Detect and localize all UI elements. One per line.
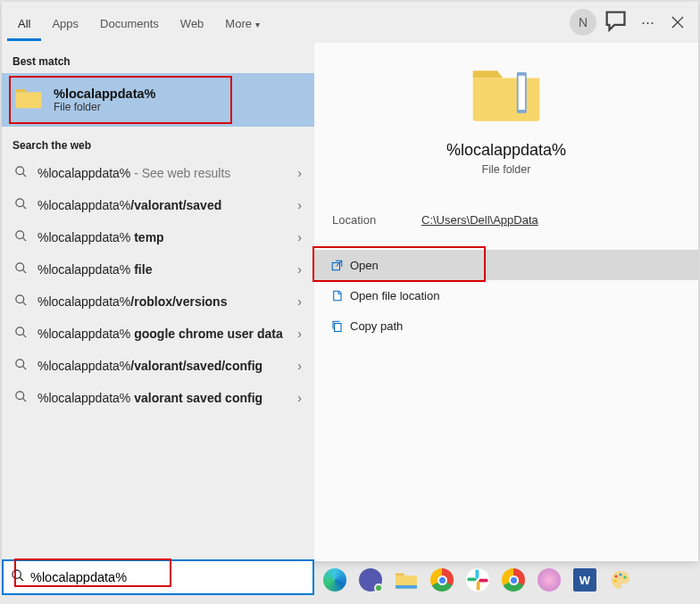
taskbar-explorer-icon[interactable] [391,565,421,595]
taskbar-paint-icon[interactable] [605,565,636,595]
search-icon [12,197,29,213]
svg-line-17 [22,398,26,401]
search-icon [12,229,29,245]
svg-rect-19 [519,76,525,110]
web-result-item[interactable]: %localappdata%/valorant/saved› [2,189,314,221]
open-icon [330,259,350,272]
chevron-right-icon[interactable]: › [294,391,305,405]
web-result-text: %localappdata%/roblox/versions [38,294,294,310]
close-icon[interactable] [662,7,693,37]
search-icon [12,326,29,342]
detail-header: %localappdata% File folder [314,43,698,190]
action-label: Open [350,259,379,272]
best-match-text: %localappdata% File folder [54,87,155,113]
folder-icon-large [470,64,543,127]
web-results-list: %localappdata% - See web results›%locala… [2,157,314,414]
chevron-right-icon[interactable]: › [294,294,305,309]
chevron-right-icon[interactable]: › [294,198,305,212]
web-result-item[interactable]: %localappdata% valorant saved config› [2,382,314,414]
svg-line-11 [22,302,26,305]
chevron-right-icon[interactable]: › [294,262,305,277]
search-web-label: Search the web [2,127,314,157]
tab-all[interactable]: All [7,4,41,41]
svg-line-23 [20,577,23,581]
web-result-text: %localappdata%/valorant/saved/config [38,358,294,375]
chevron-down-icon: ▾ [255,20,260,29]
svg-point-29 [614,575,617,577]
action-copy-path[interactable]: Copy path [314,310,698,341]
svg-rect-27 [477,581,480,590]
tab-documents[interactable]: Documents [89,4,170,41]
svg-line-13 [22,334,26,337]
web-result-text: %localappdata% temp [38,229,294,246]
open-location-icon [330,289,350,302]
search-icon [12,294,29,310]
svg-line-9 [22,269,26,273]
web-result-item[interactable]: %localappdata% file› [2,253,314,285]
chevron-right-icon[interactable]: › [294,327,305,341]
web-result-item[interactable]: %localappdata%/roblox/versions› [2,285,314,318]
svg-point-4 [15,199,23,207]
taskbar-edge-icon[interactable] [320,565,350,595]
location-value[interactable]: C:\Users\Dell\AppData [421,213,538,227]
results-column: Best match %localappdata% File folder Se… [2,43,314,561]
tab-web[interactable]: Web [170,4,215,41]
svg-point-16 [15,392,23,400]
more-options-icon[interactable]: ⋯ [632,7,662,37]
web-result-text: %localappdata%/valorant/saved [38,197,294,214]
tab-more[interactable]: More▾ [214,4,271,41]
search-box[interactable] [2,559,314,595]
taskbar-chrome-icon[interactable] [427,565,457,595]
user-avatar[interactable]: N [570,9,596,36]
taskbar-teams-icon[interactable] [355,565,386,595]
best-match-title: %localappdata% [54,87,155,101]
svg-rect-26 [467,577,476,581]
action-label: Open file location [350,289,439,302]
web-result-item[interactable]: %localappdata% - See web results› [2,157,314,189]
location-label: Location [332,213,421,227]
svg-rect-21 [335,323,342,331]
svg-line-15 [22,366,26,369]
search-icon [12,261,29,277]
svg-line-5 [22,205,26,209]
svg-point-2 [15,167,23,175]
svg-rect-24 [396,585,417,589]
svg-point-8 [15,263,23,271]
web-result-text: %localappdata% file [38,261,294,278]
svg-point-22 [12,570,21,578]
action-label: Copy path [350,319,403,333]
chevron-right-icon[interactable]: › [294,359,305,373]
chevron-right-icon[interactable]: › [294,230,305,244]
svg-rect-25 [475,569,479,578]
svg-point-31 [623,575,626,578]
search-input[interactable] [30,570,305,584]
svg-line-7 [22,237,26,241]
action-list: OpenOpen file locationCopy path [314,250,698,341]
action-open-file-location[interactable]: Open file location [314,280,698,310]
taskbar-chrome2-icon[interactable] [498,565,529,595]
svg-point-6 [15,231,23,239]
chevron-right-icon[interactable]: › [294,166,305,180]
location-row: Location C:\Users\Dell\AppData [314,190,698,250]
search-icon [12,358,29,374]
svg-point-10 [15,295,23,303]
svg-point-12 [15,327,23,335]
start-search-panel: All Apps Documents Web More▾ N ⋯ Best ma… [2,2,698,561]
best-match-subtitle: File folder [54,101,155,113]
web-result-item[interactable]: %localappdata% temp› [2,221,314,253]
taskbar-slack-icon[interactable] [462,565,493,595]
taskbar-snip-icon[interactable] [534,565,564,595]
action-open[interactable]: Open [314,250,698,280]
web-result-item[interactable]: %localappdata%/valorant/saved/config› [2,350,314,382]
feedback-icon[interactable] [602,7,632,37]
best-match-item[interactable]: %localappdata% File folder [2,73,314,127]
detail-subtitle: File folder [323,163,689,176]
best-match-label: Best match [2,43,314,73]
web-result-item[interactable]: %localappdata% google chrome user data› [2,318,314,350]
folder-icon [14,86,43,114]
tab-apps[interactable]: Apps [41,4,89,41]
svg-point-32 [613,579,616,582]
taskbar-word-icon[interactable]: W [570,565,600,595]
svg-rect-28 [479,579,488,583]
svg-line-3 [22,173,26,177]
